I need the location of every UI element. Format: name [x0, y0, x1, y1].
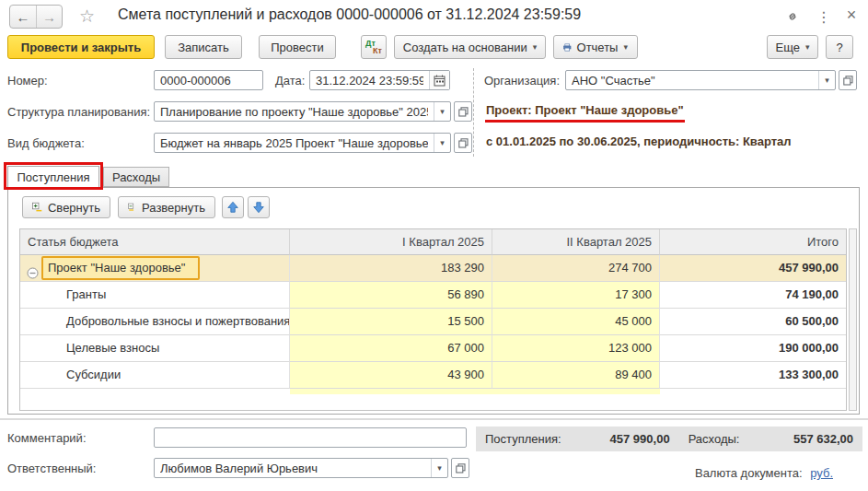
move-down-button[interactable]	[248, 196, 270, 218]
forward-button[interactable]: →	[36, 6, 62, 28]
budget-kind-field[interactable]: ▾	[154, 133, 451, 153]
dtkt-postings-button[interactable]: Дт Кт	[361, 35, 387, 59]
total-cell[interactable]: 457 990,00	[660, 255, 846, 282]
caret-glyph: ▾	[437, 464, 442, 473]
responsible-input[interactable]	[155, 459, 431, 477]
save-button[interactable]: Записать	[165, 35, 242, 59]
post-button[interactable]: Провести	[259, 35, 336, 59]
table-row[interactable]: Субсидии 43 900 89 400 133 300,00	[20, 362, 846, 389]
column-header-q2[interactable]: II Квартал 2025	[492, 229, 660, 255]
organization-field[interactable]: ▾	[565, 70, 836, 90]
collapse-button[interactable]: Свернуть	[22, 196, 110, 218]
arrow-down-icon	[252, 201, 265, 214]
help-button[interactable]: ?	[826, 35, 853, 59]
column-header-total[interactable]: Итого	[660, 229, 846, 255]
dropdown-arrow-icon[interactable]: ▾	[818, 71, 835, 89]
column-header-item[interactable]: Статья бюджета	[20, 229, 290, 255]
q2-cell[interactable]: 274 700	[492, 255, 660, 282]
number-input[interactable]	[154, 70, 263, 90]
q1-cell[interactable]: 43 900	[290, 362, 492, 389]
post-and-close-button[interactable]: Провести и закрыть	[7, 35, 155, 59]
responsible-field[interactable]: ▾	[154, 458, 448, 478]
table-row-group[interactable]: Проект "Наше здоровье" 183 290 274 700 4…	[20, 255, 846, 282]
tab-expenses[interactable]: Расходы	[103, 167, 169, 187]
q1-cell[interactable]: 67 000	[290, 335, 492, 362]
annotation-red-box	[4, 162, 103, 190]
table-row[interactable]: Гранты 56 890 17 300 74 190,00	[20, 282, 846, 309]
currency-label: Валюта документа:	[695, 466, 803, 480]
comment-input[interactable]	[154, 427, 467, 448]
expand-button[interactable]: Развернуть	[118, 196, 215, 218]
dropdown-arrow-icon[interactable]: ▾	[434, 102, 450, 121]
open-form-icon	[458, 107, 469, 117]
calendar-icon[interactable]	[429, 71, 449, 89]
planning-structure-open-button[interactable]	[454, 101, 472, 122]
table-vertical-scrollbar[interactable]	[849, 228, 857, 411]
q2-cell[interactable]: 89 400	[492, 362, 660, 389]
total-cell[interactable]: 74 190,00	[660, 282, 846, 309]
document-currency: Валюта документа: руб.	[589, 466, 833, 480]
date-input[interactable]	[310, 71, 429, 89]
budget-item-cell[interactable]: Проект "Наше здоровье"	[20, 255, 290, 282]
dropdown-arrow-icon[interactable]: ▾	[434, 134, 450, 152]
create-based-on-button[interactable]: Создать на основании ▾	[394, 35, 546, 59]
budget-item-cell[interactable]: Добровольные взносы и пожертвования	[20, 309, 290, 335]
open-form-icon	[843, 76, 853, 86]
dropdown-arrow-icon[interactable]: ▾	[431, 459, 447, 477]
link-icon[interactable]	[782, 7, 803, 26]
organization-open-button[interactable]	[839, 70, 857, 90]
close-icon[interactable]: ×	[841, 6, 862, 24]
selected-cell[interactable]: Проект "Наше здоровье"	[41, 256, 200, 280]
caret-glyph: ▾	[440, 139, 445, 147]
favorite-star-icon[interactable]: ☆	[79, 6, 95, 27]
kebab-menu-icon[interactable]: ⋮	[814, 7, 834, 26]
expenses-total-label: Расходы:	[689, 432, 740, 446]
forward-arrow-icon: →	[42, 9, 56, 25]
budget-item-cell[interactable]: Гранты	[20, 282, 290, 309]
total-cell[interactable]: 133 300,00	[660, 362, 846, 389]
project-info-text: Проект: Проект "Наше здоровье"	[486, 103, 684, 117]
reports-button[interactable]: Отчеты ▾	[553, 35, 638, 59]
collapse-row-icon[interactable]	[27, 263, 39, 282]
responsible-label: Ответственный:	[7, 462, 96, 476]
organization-input[interactable]	[566, 71, 818, 89]
totals-summary-bar: Поступления: 457 990,00 Расходы: 557 632…	[476, 427, 862, 451]
q2-cell[interactable]: 45 000	[492, 309, 660, 335]
q1-cell[interactable]: 183 290	[290, 255, 492, 282]
reports-label: Отчеты	[577, 41, 619, 54]
q1-cell[interactable]: 56 890	[290, 282, 492, 309]
planning-structure-input[interactable]	[155, 102, 434, 121]
q2-cell[interactable]: 123 000	[492, 335, 660, 362]
currency-link[interactable]: руб.	[810, 466, 833, 480]
budget-item-cell[interactable]: Целевые взносы	[20, 335, 290, 362]
more-button[interactable]: Еще ▾	[767, 35, 818, 59]
q2-cell[interactable]: 17 300	[492, 282, 660, 309]
move-up-button[interactable]	[222, 196, 244, 218]
caret-glyph: ▾	[440, 108, 445, 116]
table-row[interactable]: Добровольные взносы и пожертвования 15 5…	[20, 309, 846, 335]
budget-item-cell[interactable]: Субсидии	[20, 362, 290, 389]
expenses-total-value: 557 632,00	[739, 432, 853, 446]
budget-kind-open-button[interactable]	[454, 133, 472, 153]
date-field[interactable]	[309, 70, 450, 90]
footer-separator	[0, 418, 868, 420]
chevron-down-icon: ▾	[623, 43, 628, 52]
page-title: Смета поступлений и расходов 0000-000006…	[118, 6, 581, 23]
total-cell[interactable]: 60 500,00	[660, 309, 846, 335]
total-cell[interactable]: 190 000,00	[660, 335, 846, 362]
form-splitter[interactable]	[473, 68, 474, 157]
responsible-open-button[interactable]	[451, 458, 469, 478]
expand-tree-icon	[128, 201, 136, 214]
chevron-down-icon: ▾	[805, 43, 810, 52]
period-info-text: с 01.01.2025 по 30.06.2025, периодичност…	[486, 134, 792, 148]
planning-structure-field[interactable]: ▾	[154, 101, 451, 122]
back-button[interactable]: ←	[10, 6, 36, 28]
budget-kind-input[interactable]	[155, 134, 434, 152]
q1-cell[interactable]: 15 500	[290, 309, 492, 335]
income-total-label: Поступления:	[485, 432, 561, 446]
table-row[interactable]: Целевые взносы 67 000 123 000 190 000,00	[20, 335, 846, 362]
number-label: Номер:	[7, 74, 48, 88]
comment-label: Комментарий:	[7, 431, 87, 446]
budget-table: Статья бюджета I Квартал 2025 II Квартал…	[19, 228, 847, 411]
column-header-q1[interactable]: I Квартал 2025	[290, 229, 492, 255]
